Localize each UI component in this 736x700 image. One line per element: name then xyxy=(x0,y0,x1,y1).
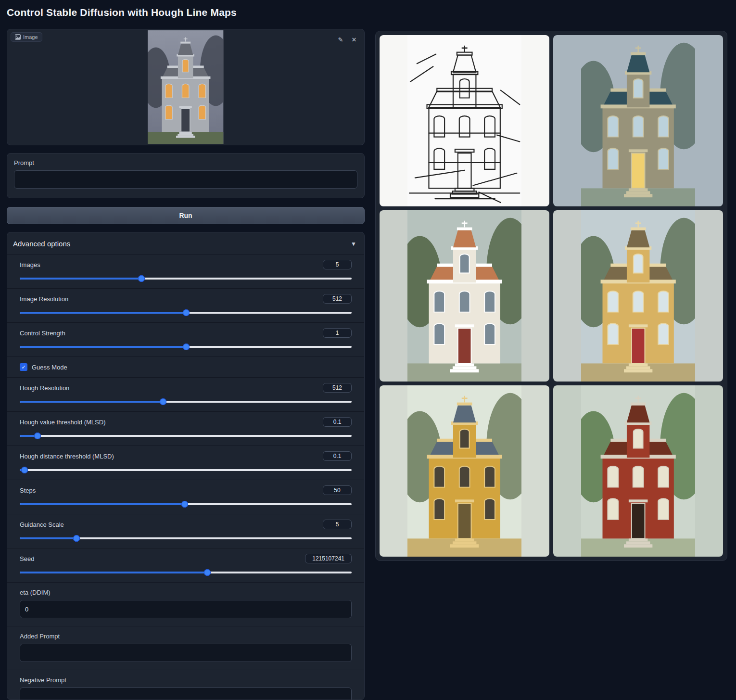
slider-seed[interactable] xyxy=(20,569,352,576)
slider-label-hough-resolution: Hough Resolution xyxy=(20,384,69,392)
slider-thumb[interactable] xyxy=(183,309,190,316)
input-image-preview[interactable] xyxy=(7,30,364,144)
slider-track[interactable] xyxy=(20,435,352,437)
checkbox-row-guess-mode: ✓Guess Mode xyxy=(7,356,364,377)
slider-thumb[interactable] xyxy=(138,275,145,282)
slider-steps[interactable] xyxy=(20,501,352,508)
slider-fill xyxy=(20,503,185,505)
slider-thumb[interactable] xyxy=(181,501,188,508)
slider-thumb[interactable] xyxy=(21,467,28,473)
slider-thumb[interactable] xyxy=(34,433,41,439)
value-input-seed[interactable]: 1215107241 xyxy=(305,554,352,563)
slider-label-image-resolution: Image Resolution xyxy=(20,295,68,303)
checkbox-label-guess-mode: Guess Mode xyxy=(32,364,67,371)
input-label-negative-prompt: Negative Prompt xyxy=(20,676,352,684)
value-input-hough-value-threshold-mlsd[interactable]: 0.1 xyxy=(323,417,352,427)
gallery-item-painting-tan-house-red-door[interactable] xyxy=(553,210,723,382)
prompt-field-block: Prompt xyxy=(7,153,365,198)
slider-hough-distance-threshold-mlsd[interactable] xyxy=(20,467,352,473)
negative-prompt-input[interactable] xyxy=(20,687,352,700)
input-row-negative-prompt: Negative Prompt xyxy=(7,670,364,700)
input-image-component: Image ✎ ✕ xyxy=(7,29,365,145)
advanced-options-accordion: Advanced options ▼ Images5Image Resoluti… xyxy=(7,232,365,700)
eta-ddim-input[interactable] xyxy=(20,600,352,618)
advanced-options-header[interactable]: Advanced options ▼ xyxy=(7,232,364,254)
slider-thumb[interactable] xyxy=(183,344,190,350)
image-label-tab: Image xyxy=(11,32,42,42)
gallery-item-painting-gold-victorian-house[interactable] xyxy=(380,385,549,557)
slider-row-hough-resolution: Hough Resolution512 xyxy=(7,377,364,411)
left-column: Image ✎ ✕ Prompt Run Advanced options ▼ … xyxy=(7,29,365,700)
prompt-input[interactable] xyxy=(14,170,357,189)
added-prompt-input[interactable] xyxy=(20,644,352,662)
value-input-steps[interactable]: 50 xyxy=(323,485,352,495)
pencil-icon[interactable]: ✎ xyxy=(335,34,346,45)
slider-row-control-strength: Control Strength1 xyxy=(7,322,364,356)
slider-fill xyxy=(20,278,141,280)
slider-row-hough-distance-threshold-mlsd: Hough distance threshold (MLSD)0.1 xyxy=(7,445,364,480)
slider-row-seed: Seed1215107241 xyxy=(7,548,364,582)
close-icon[interactable]: ✕ xyxy=(349,34,359,45)
input-row-eta-ddim: eta (DDIM) xyxy=(7,582,364,626)
output-gallery xyxy=(375,31,727,561)
input-row-added-prompt: Added Prompt xyxy=(7,626,364,670)
image-icon xyxy=(15,34,21,40)
slider-row-steps: Steps50 xyxy=(7,480,364,514)
value-input-images[interactable]: 5 xyxy=(323,260,352,269)
slider-thumb[interactable] xyxy=(204,569,211,576)
slider-control-strength[interactable] xyxy=(20,344,352,350)
slider-row-guidance-scale: Guidance Scale5 xyxy=(7,514,364,548)
slider-row-hough-value-threshold-mlsd: Hough value threshold (MLSD)0.1 xyxy=(7,411,364,445)
input-label-added-prompt: Added Prompt xyxy=(20,633,352,640)
slider-label-images: Images xyxy=(20,261,40,268)
chevron-down-icon: ▼ xyxy=(351,241,356,247)
gallery-item-painting-white-victorian-house[interactable] xyxy=(380,210,549,382)
value-input-hough-resolution[interactable]: 512 xyxy=(323,383,352,393)
page-title: Control Stable Diffusion with Hough Line… xyxy=(7,7,237,18)
value-input-control-strength[interactable]: 1 xyxy=(323,328,352,338)
slider-track[interactable] xyxy=(20,469,352,471)
gallery-item-hough-line-map[interactable] xyxy=(380,35,549,206)
guess-mode-checkbox[interactable]: ✓ xyxy=(20,363,27,371)
gallery-item-painting-teal-victorian-house[interactable] xyxy=(553,35,723,206)
slider-row-image-resolution: Image Resolution512 xyxy=(7,288,364,322)
slider-label-guidance-scale: Guidance Scale xyxy=(20,521,64,528)
run-button[interactable]: Run xyxy=(7,207,365,224)
value-input-hough-distance-threshold-mlsd[interactable]: 0.1 xyxy=(323,451,352,461)
slider-fill xyxy=(20,572,207,573)
slider-fill xyxy=(20,312,186,314)
advanced-options-title: Advanced options xyxy=(13,240,70,248)
slider-row-images: Images5 xyxy=(7,254,364,288)
slider-fill xyxy=(20,537,76,539)
value-input-guidance-scale[interactable]: 5 xyxy=(323,520,352,529)
slider-fill xyxy=(20,346,186,348)
slider-images[interactable] xyxy=(20,275,352,282)
slider-thumb[interactable] xyxy=(73,535,80,542)
advanced-options-body: Images5Image Resolution512Control Streng… xyxy=(7,254,364,700)
slider-label-seed: Seed xyxy=(20,555,34,562)
slider-thumb[interactable] xyxy=(160,398,166,405)
image-label: Image xyxy=(23,34,38,40)
slider-label-steps: Steps xyxy=(20,487,36,494)
slider-guidance-scale[interactable] xyxy=(20,535,352,542)
slider-label-control-strength: Control Strength xyxy=(20,330,65,337)
gallery-item-painting-red-brick-victorian-house[interactable] xyxy=(553,385,723,557)
input-label-eta-ddim: eta (DDIM) xyxy=(20,589,352,596)
value-input-image-resolution[interactable]: 512 xyxy=(323,294,352,304)
slider-hough-resolution[interactable] xyxy=(20,398,352,405)
slider-label-hough-value-threshold-mlsd: Hough value threshold (MLSD) xyxy=(20,419,105,426)
slider-fill xyxy=(20,401,163,403)
slider-image-resolution[interactable] xyxy=(20,309,352,316)
prompt-label: Prompt xyxy=(14,159,357,166)
slider-label-hough-distance-threshold-mlsd: Hough distance threshold (MLSD) xyxy=(20,453,114,460)
slider-hough-value-threshold-mlsd[interactable] xyxy=(20,433,352,439)
